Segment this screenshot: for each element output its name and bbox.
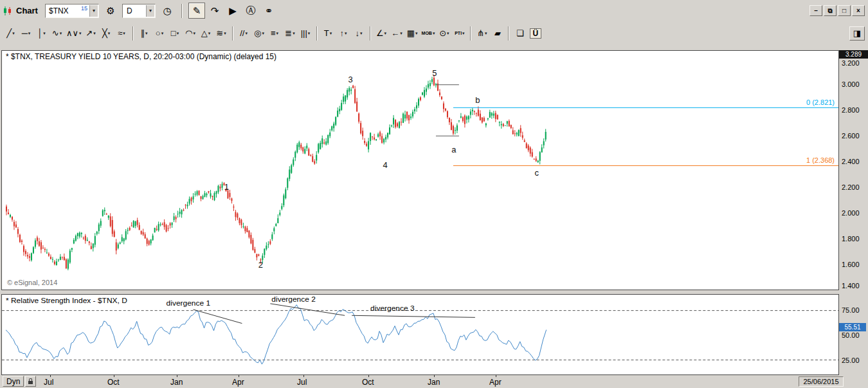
redo-button[interactable]: ↷ — [206, 3, 223, 19]
cycle-tool[interactable]: ⊙▾ — [437, 24, 451, 42]
drawing-pencil-button[interactable]: ✎ — [188, 3, 205, 19]
rsi-value-badge: 55.51 — [839, 323, 866, 331]
divergence-label[interactable]: divergence 2 — [271, 295, 315, 304]
zigzag-tool[interactable]: ∿▾ — [50, 24, 64, 42]
arrow-line-tool[interactable]: ↗▾ — [84, 24, 98, 42]
window-title: Chart — [16, 6, 38, 15]
horizontal-line-tool[interactable]: ─▾ — [19, 24, 33, 42]
price-chart-canvas[interactable]: 0 (2.821)1 (2.368)12345abc* $TNX, TREASU… — [2, 51, 838, 290]
arc-tool[interactable]: ◠▾ — [183, 24, 198, 42]
grid-tool[interactable]: ▦▾ — [405, 24, 420, 42]
pitchfork-tool[interactable]: ⋔▾ — [475, 24, 489, 42]
interval-select[interactable]: D ▾ — [122, 4, 156, 18]
fib-timezone-tool[interactable]: |||▾ — [298, 24, 313, 42]
toolbar-separator — [316, 26, 318, 41]
text-tool[interactable]: T▾ — [321, 24, 336, 42]
callout-tool[interactable]: ❏ — [512, 24, 527, 42]
price-axis-max-badge: 3.289 — [839, 50, 868, 59]
price-axis-tick: 1.600 — [842, 261, 860, 268]
symbol-value: $TNX — [49, 6, 69, 15]
interval-dropdown-icon[interactable]: ▾ — [146, 5, 154, 17]
trend-line-tool[interactable]: ╱▾ — [3, 24, 18, 42]
wave-label[interactable]: 1 — [224, 182, 229, 192]
price-axis[interactable]: 3.289 3.2003.0002.8002.6002.4002.2002.00… — [839, 50, 868, 290]
restore-button[interactable]: ⧉ — [824, 5, 836, 16]
vertical-line-tool[interactable]: │▾ — [34, 24, 49, 42]
ellipse-tool[interactable]: ○▾ — [152, 24, 167, 42]
price-axis-tick: 3.000 — [842, 80, 860, 88]
run-button[interactable]: ▶ — [224, 3, 241, 19]
month-tick — [239, 375, 239, 377]
extend-line-tool[interactable]: ←▾ — [390, 24, 404, 42]
maximize-button[interactable]: □ — [838, 5, 851, 16]
triangle-tool[interactable]: △▾ — [199, 24, 213, 42]
price-axis-tick: 2.000 — [842, 209, 860, 217]
close-button[interactable]: × — [852, 5, 865, 16]
wave-pattern-tool[interactable]: ∧∨▾ — [65, 24, 83, 42]
toolbar-separator — [132, 26, 134, 41]
cursor-date-box: 25/06/2015 — [799, 376, 844, 387]
fib-retracement-tool[interactable]: ≡▾ — [267, 24, 282, 42]
auto-button[interactable]: Ⓐ — [242, 3, 259, 19]
arrow-down-tool[interactable]: ↓▾ — [352, 24, 366, 42]
pti-tool[interactable]: PTI▾ — [452, 24, 467, 42]
month-label: Oct — [107, 378, 120, 387]
minimize-button[interactable]: – — [809, 5, 822, 16]
month-label: Jan — [428, 378, 440, 387]
hatch-tool[interactable]: ≋▾ — [214, 24, 229, 42]
rectangle-tool[interactable]: □▾ — [168, 24, 183, 42]
eraser-tool[interactable]: ▰ — [490, 24, 505, 42]
month-tick — [177, 375, 177, 377]
wave-label[interactable]: b — [475, 95, 480, 105]
symbol-dropdown-icon[interactable]: ▾ — [89, 5, 98, 17]
month-label: Oct — [362, 378, 374, 387]
elliott-wave-labels[interactable]: 12345abc — [224, 68, 539, 270]
rsi-panel[interactable]: divergence 1divergence 2divergence 3* Re… — [1, 294, 839, 375]
wave-label[interactable]: 5 — [432, 68, 437, 78]
price-axis-tick: 1.400 — [842, 282, 860, 290]
rsi-chart-canvas[interactable]: divergence 1divergence 2divergence 3* Re… — [2, 295, 838, 374]
wave-label[interactable]: a — [451, 145, 457, 154]
fib-fan-tool[interactable]: //▾ — [237, 24, 251, 42]
regression-tool[interactable]: ∠▾ — [374, 24, 389, 42]
month-tick — [303, 375, 304, 377]
scale-lock-button[interactable] — [25, 376, 36, 387]
link-button[interactable]: ⚭ — [260, 3, 277, 19]
arrow-up-tool[interactable]: ↑▾ — [336, 24, 351, 42]
panel-toggle-button[interactable]: ◨ — [849, 26, 865, 41]
wave-label[interactable]: 4 — [383, 160, 387, 170]
ripple-lines-tool[interactable]: ≈▾ — [114, 24, 129, 42]
crossing-lines-tool[interactable]: ╳▾ — [99, 24, 114, 42]
month-tick — [434, 375, 435, 377]
rsi-threshold-lines — [2, 311, 838, 360]
u-clip-tool[interactable]: Ü — [528, 24, 543, 42]
interval-value: D — [127, 6, 132, 15]
price-axis-tick: 1.800 — [842, 235, 860, 243]
divergence-label[interactable]: divergence 3 — [370, 304, 415, 313]
parallel-lines-tool[interactable]: ∥▾ — [137, 24, 152, 42]
time-settings-button[interactable]: ◷ — [159, 3, 176, 19]
price-chart-panel[interactable]: 0 (2.821)1 (2.368)12345abc* $TNX, TREASU… — [1, 50, 839, 290]
dynamic-mode-button[interactable]: Dyn — [3, 376, 24, 387]
mob-tool[interactable]: MOB▾ — [420, 24, 437, 42]
toolbar-separator — [370, 26, 371, 41]
wave-label[interactable]: 2 — [258, 260, 263, 270]
fib-circles-tool[interactable]: ◎▾ — [252, 24, 267, 42]
time-axis[interactable]: Dyn 25/06/2015 JulOctJanAprJulOctJanApr — [1, 375, 868, 388]
month-tick — [496, 375, 496, 377]
month-tick — [114, 375, 114, 377]
price-axis-tick: 3.200 — [842, 59, 860, 67]
divergence-label[interactable]: divergence 1 — [167, 299, 211, 308]
fib-retracement-lines[interactable]: 0 (2.821)1 (2.368) — [453, 98, 838, 165]
fib-extension-tool[interactable]: ≣▾ — [283, 24, 298, 42]
toolbar-separator — [181, 4, 183, 18]
wave-label[interactable]: c — [534, 168, 539, 178]
month-label: Apr — [232, 378, 244, 387]
wave-label[interactable]: 3 — [348, 75, 353, 84]
rsi-axis[interactable]: 55.51 75.0050.0025.00 — [839, 294, 868, 375]
copyright-label: © eSignal, 2014 — [7, 279, 57, 286]
chart-title: * $TNX, TREASURY YIELD 10 YEARS, D, 20:2… — [6, 52, 276, 61]
toolbar-separator — [232, 26, 233, 41]
symbol-input[interactable]: $TNX 15 ▾ — [45, 4, 99, 18]
symbol-settings-button[interactable]: ⚙ — [102, 3, 119, 19]
